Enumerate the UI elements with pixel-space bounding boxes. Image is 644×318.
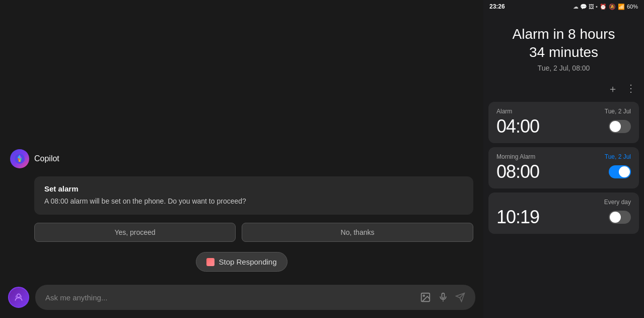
status-icons-text: ☁ 💬 🖼 • xyxy=(573,4,598,10)
alarm-date: Every day xyxy=(604,199,631,206)
alarm-hero-subtitle: Tue, 2 Jul, 08:00 xyxy=(493,64,634,72)
alarm-item: Alarm Tue, 2 Jul 04:00 xyxy=(488,102,639,143)
send-icon[interactable] xyxy=(455,292,465,302)
yes-proceed-button[interactable]: Yes, proceed xyxy=(34,223,236,242)
copilot-header: Copilot xyxy=(10,149,473,168)
copilot-panel: Copilot Set alarm A 08:00 alarm will be … xyxy=(0,0,483,318)
input-area: Ask me anything... xyxy=(0,285,483,318)
svg-point-1 xyxy=(17,294,21,297)
alarm-date-active: Tue, 2 Jul xyxy=(605,153,631,160)
image-attach-icon[interactable] xyxy=(420,292,431,303)
no-thanks-button[interactable]: No, thanks xyxy=(242,223,473,242)
add-alarm-button[interactable]: ＋ xyxy=(608,82,618,96)
copilot-name-label: Copilot xyxy=(34,154,59,163)
alarm-label: Morning Alarm xyxy=(496,153,535,160)
stop-responding-button[interactable]: Stop Responding xyxy=(196,252,287,272)
action-buttons: Yes, proceed No, thanks xyxy=(34,223,473,242)
alarm-hero-title: Alarm in 8 hours 34 minutes xyxy=(493,25,634,62)
toggle-knob xyxy=(619,166,630,177)
toggle-knob xyxy=(610,212,621,223)
alarm-time: 10:19 xyxy=(496,207,539,228)
alarm-label: Alarm xyxy=(496,108,512,115)
input-placeholder: Ask me anything... xyxy=(45,293,107,302)
chat-input-box[interactable]: Ask me anything... xyxy=(35,285,475,310)
status-time: 23:26 xyxy=(489,3,505,10)
stop-responding-label: Stop Responding xyxy=(219,258,276,266)
alarm-toggle[interactable] xyxy=(609,211,631,224)
alarm-time: 08:00 xyxy=(496,161,539,182)
alarm-panel: 23:26 ☁ 💬 🖼 • ⏰ 🔕 📶 60% Alarm in 8 hours… xyxy=(483,0,644,318)
alarm-hero-line2: 34 minutes xyxy=(529,44,598,60)
alarm-hero-line1: Alarm in 8 hours xyxy=(513,26,615,42)
alarm-date: Tue, 2 Jul xyxy=(605,108,631,115)
message-card-body: A 08:00 alarm will be set on the phone. … xyxy=(44,196,463,207)
alarm-item: Every day 10:19 xyxy=(488,193,639,234)
toggle-knob xyxy=(610,121,621,132)
svg-point-3 xyxy=(423,295,424,296)
status-bar: 23:26 ☁ 💬 🖼 • ⏰ 🔕 📶 60% xyxy=(483,0,644,13)
alarm-list: Alarm Tue, 2 Jul 04:00 Morning Alarm Tue… xyxy=(483,102,644,318)
message-card-title: Set alarm xyxy=(44,184,463,193)
wifi-icon: 📶 xyxy=(618,4,625,10)
alarm-item: Morning Alarm Tue, 2 Jul 08:00 xyxy=(488,147,639,188)
input-actions xyxy=(420,292,465,303)
user-avatar xyxy=(8,287,29,308)
message-card: Set alarm A 08:00 alarm will be set on t… xyxy=(34,176,473,215)
chat-area: Copilot Set alarm A 08:00 alarm will be … xyxy=(0,0,483,285)
alarm-time: 04:00 xyxy=(496,116,539,137)
copilot-logo xyxy=(10,149,29,168)
stop-icon xyxy=(206,258,214,266)
microphone-icon[interactable] xyxy=(438,292,448,302)
alarm-status-icon: ⏰ xyxy=(600,4,607,10)
status-icons: ☁ 💬 🖼 • ⏰ 🔕 📶 60% xyxy=(573,4,638,10)
alarm-actions: ＋ ⋮ xyxy=(483,82,644,102)
alarm-hero: Alarm in 8 hours 34 minutes Tue, 2 Jul, … xyxy=(483,13,644,82)
stop-responding-area: Stop Responding xyxy=(10,252,473,272)
alarm-menu-button[interactable]: ⋮ xyxy=(626,82,636,96)
battery-text: 60% xyxy=(627,4,638,10)
mute-icon: 🔕 xyxy=(609,4,616,10)
svg-rect-4 xyxy=(442,293,445,298)
alarm-toggle[interactable] xyxy=(609,165,631,178)
alarm-toggle[interactable] xyxy=(609,120,631,133)
